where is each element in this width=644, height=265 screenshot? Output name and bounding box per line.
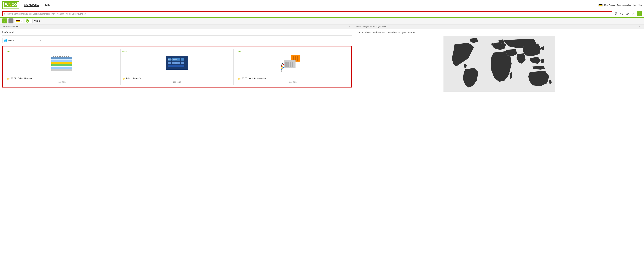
breadcrumb-wago: WAGO (34, 20, 40, 22)
pencil-icon-btn[interactable] (625, 12, 630, 16)
world-map[interactable] (356, 36, 642, 92)
product-card-3[interactable]: WAGO (236, 49, 349, 85)
logo-text: W A GO (2, 1, 19, 9)
svg-rect-51 (285, 62, 287, 67)
product-card-1[interactable]: WAGO (5, 49, 118, 85)
minimize-right-panel[interactable]: − (638, 25, 640, 28)
svg-rect-25 (51, 69, 72, 71)
home-button[interactable]: ⌂ (2, 19, 7, 24)
wago-circle-icon: W (26, 19, 29, 23)
svg-rect-31 (64, 56, 65, 58)
svg-rect-6 (616, 14, 616, 15)
svg-rect-23 (51, 64, 72, 66)
product-date-3: 12.04.2023 (238, 81, 347, 83)
product-image-1 (7, 53, 116, 75)
svg-rect-39 (168, 62, 171, 64)
left-panel-title: CAD-Modellauswahl (2, 26, 18, 28)
svg-rect-27 (55, 56, 56, 58)
toolbar-flag-dropdown: ▼ (21, 20, 22, 22)
language-flag-de[interactable] (598, 4, 602, 7)
right-panel-body: Wählen Sie ein Land aus, um die Niederla… (354, 29, 644, 265)
nav-cad-modelle[interactable]: CAD MODELLE (24, 4, 39, 7)
right-section-subtitle: Wählen Sie ein Land aus, um die Niederla… (356, 31, 642, 34)
svg-rect-20 (51, 57, 72, 59)
maximize-left-panel[interactable]: □ (351, 25, 352, 28)
back-button[interactable]: ← (8, 19, 14, 24)
country-dropdown-arrow: ▼ (40, 40, 42, 42)
svg-text:W: W (5, 3, 8, 7)
svg-text:2.g.prolog: 2.g.prolog (173, 59, 177, 60)
nav-hilfe[interactable]: HILFE (44, 4, 50, 7)
search-input-wrapper[interactable] (2, 12, 612, 16)
folder-icon-3: 📁 (238, 77, 241, 80)
mein-zugang-link[interactable]: Mein Zugang (604, 4, 616, 6)
folder-icon-2: 📁 (122, 77, 125, 80)
svg-rect-28 (57, 56, 58, 58)
svg-rect-54 (292, 62, 293, 67)
product-date-1: 06.04.2023 (7, 81, 116, 83)
svg-text:1.g.prolog: 1.g.prolog (168, 59, 172, 60)
wago-catalog-dropdown: ▼ (30, 20, 32, 22)
top-right-section: Mein Zugang Zugang erstellen Anmelden (598, 4, 642, 7)
product-date-2: 14.04.2023 (122, 81, 232, 83)
product-badge-3: WAGO (238, 51, 347, 52)
anmelden-link[interactable]: Anmelden (633, 4, 642, 6)
xmark-icon-btn[interactable] (631, 12, 636, 16)
wago-catalog-selector[interactable]: W ▼ (24, 19, 32, 23)
svg-text:GO: GO (12, 3, 17, 7)
product-name-3: 📁 PG 03 - Multisteckersystem (238, 77, 347, 80)
folder-icon-1: 📁 (7, 77, 10, 80)
country-selector-value: World (8, 40, 40, 42)
svg-rect-5 (616, 13, 617, 13)
product-badge-2: WAGO (122, 51, 232, 52)
svg-rect-4 (615, 13, 616, 13)
svg-rect-52 (288, 62, 289, 67)
product-image-2: 1.g.prolog 2.g.prolog (122, 53, 232, 75)
right-panel-header: Niederlassungen des Kataloganbieters − □ (354, 25, 644, 29)
nav-links: CAD MODELLE HILFE (24, 4, 598, 7)
lieferland-title: Lieferland (2, 31, 352, 34)
svg-rect-30 (62, 56, 63, 58)
product-name-1: 📁 PG 01 - Reihenklemmen (7, 77, 116, 80)
svg-rect-49 (297, 57, 298, 61)
product-grid: WAGO (2, 46, 352, 88)
search-bar (0, 10, 644, 18)
search-icons (614, 12, 642, 16)
svg-rect-38 (181, 58, 184, 61)
minimize-left-panel[interactable]: − (349, 25, 350, 28)
svg-rect-29 (60, 56, 60, 58)
product-card-2[interactable]: WAGO (120, 49, 234, 85)
toolbar: ⌂ ← ▼ W ▼ WAGO (0, 18, 644, 25)
svg-text:A: A (8, 3, 11, 7)
cube-icon-btn[interactable] (620, 12, 624, 16)
product-name-2: 📁 PG 02 - Zubehör (122, 77, 232, 80)
wago-logo[interactable]: W A GO (2, 1, 19, 9)
svg-rect-21 (51, 60, 72, 62)
svg-rect-37 (176, 58, 180, 61)
product-image-3 (238, 53, 347, 75)
svg-rect-33 (68, 56, 70, 58)
maximize-right-panel[interactable]: □ (641, 25, 642, 28)
top-navigation: W A GO CAD MODELLE HILFE Mein Zugang Zug… (0, 0, 644, 10)
main-content: CAD-Modellauswahl − □ Lieferland 🌐 World… (0, 25, 644, 265)
svg-rect-22 (51, 62, 72, 64)
svg-rect-43 (168, 65, 184, 67)
svg-point-18 (638, 13, 640, 14)
search-input[interactable] (4, 13, 611, 15)
svg-rect-53 (290, 62, 291, 67)
left-panel: CAD-Modellauswahl − □ Lieferland 🌐 World… (0, 25, 354, 265)
search-button[interactable] (637, 12, 642, 16)
svg-rect-32 (66, 56, 67, 58)
svg-rect-41 (176, 62, 180, 64)
svg-rect-40 (172, 62, 176, 64)
flag-selector[interactable]: ▼ (15, 19, 24, 23)
network-icon-btn[interactable] (614, 12, 618, 16)
right-panel: Niederlassungen des Kataloganbieters − □… (354, 25, 644, 265)
country-selector-dropdown[interactable]: 🌐 World ▼ (2, 38, 43, 43)
svg-rect-26 (53, 56, 54, 58)
world-globe-icon: 🌐 (4, 39, 7, 42)
zugang-erstellen-link[interactable]: Zugang erstellen (617, 4, 632, 6)
right-panel-header-icons: − □ (638, 25, 642, 28)
left-panel-body: Lieferland 🌐 World ▼ WAGO (0, 29, 354, 265)
svg-rect-42 (181, 62, 184, 64)
